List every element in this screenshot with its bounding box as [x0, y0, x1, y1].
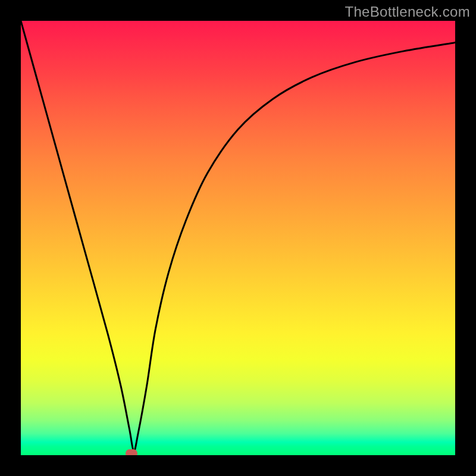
optimal-point-marker: [126, 449, 137, 455]
plot-area: [21, 21, 455, 455]
chart-frame: TheBottleneck.com: [0, 0, 476, 476]
watermark-text: TheBottleneck.com: [345, 4, 470, 20]
bottleneck-curve: [21, 21, 455, 455]
